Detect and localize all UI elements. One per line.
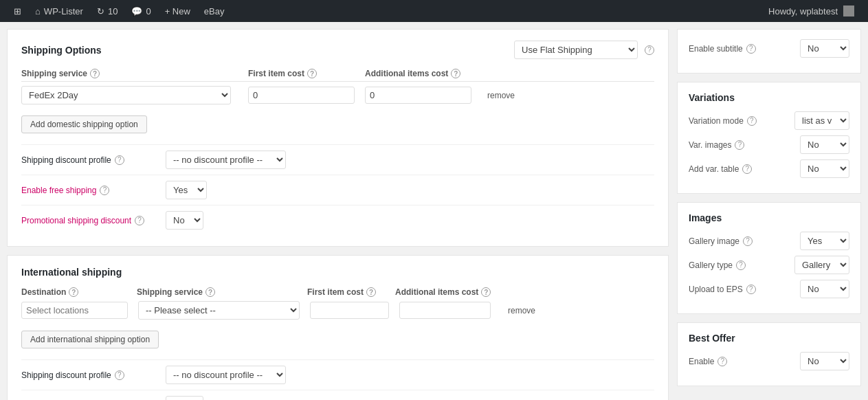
add-cost-help-icon[interactable]: ? — [451, 69, 460, 78]
shipping-options-header: Shipping Options Use Flat Shipping ? — [21, 41, 654, 59]
promo-discount-help-icon[interactable]: ? — [135, 216, 144, 225]
service-cell: FedEx 2Day — [21, 86, 241, 104]
intl-service-help-icon[interactable]: ? — [205, 287, 215, 297]
dest-col-header: Destination ? — [21, 287, 131, 297]
shipping-options-title: Shipping Options — [21, 45, 102, 56]
gallery-type-label: Gallery type ? — [689, 260, 794, 270]
add-var-table-select[interactable]: No — [800, 159, 849, 178]
variation-mode-label: Variation mode ? — [689, 116, 794, 126]
ebay-label: eBay — [204, 6, 225, 16]
updates-count: 10 — [108, 6, 118, 16]
intl-discount-profile-help-icon[interactable]: ? — [115, 370, 124, 380]
enable-subtitle-select[interactable]: No — [800, 39, 849, 58]
comments-count: 0 — [146, 6, 151, 16]
best-offer-enable-row: Enable ? No — [689, 352, 849, 370]
enable-subtitle-help-icon[interactable]: ? — [746, 44, 756, 54]
upload-eps-help-icon[interactable]: ? — [746, 285, 756, 294]
updates-item[interactable]: ↻ 10 — [90, 0, 124, 22]
best-offer-enable-label: Enable ? — [689, 357, 800, 366]
upload-eps-select[interactable]: No — [800, 280, 849, 298]
wp-icon: ⊞ — [14, 6, 21, 16]
first-cost-help-icon[interactable]: ? — [307, 69, 317, 78]
gallery-image-label: Gallery image ? — [689, 236, 800, 246]
flat-shipping-select[interactable]: Use Flat Shipping — [514, 41, 638, 59]
best-offer-enable-help-icon[interactable]: ? — [717, 357, 727, 366]
intl-service-select[interactable]: -- Please select -- — [138, 301, 300, 320]
add-var-table-label: Add var. table ? — [689, 164, 800, 174]
gallery-type-row: Gallery type ? Gallery — [689, 256, 849, 274]
location-input[interactable] — [21, 302, 128, 319]
service-help-icon[interactable]: ? — [90, 69, 100, 78]
ebay-item[interactable]: eBay — [197, 0, 232, 22]
gallery-image-select[interactable]: Yes — [800, 232, 849, 250]
intl-shipping-section: International shipping Destination ? Shi… — [7, 255, 669, 400]
discount-profile-label: Shipping discount profile ? — [21, 155, 159, 165]
var-images-help-icon[interactable]: ? — [735, 140, 744, 150]
intl-add-help-icon[interactable]: ? — [481, 287, 491, 297]
variation-mode-row: Variation mode ? list as v — [689, 111, 849, 130]
intl-remove-cell: remove — [502, 303, 550, 318]
intl-remove-button[interactable]: remove — [502, 303, 541, 318]
first-cost-input[interactable] — [248, 87, 355, 104]
service-select[interactable]: FedEx 2Day — [21, 86, 231, 104]
page-layout: Shipping Options Use Flat Shipping ? Shi… — [0, 22, 868, 400]
wp-logo[interactable]: ⊞ — [7, 0, 28, 22]
add-domestic-button[interactable]: Add domestic shipping option — [21, 115, 147, 133]
intl-first-cell — [310, 302, 392, 319]
best-offer-section: Best Offer Enable ? No — [677, 322, 861, 386]
first-cost-col-header: First item cost ? — [248, 69, 358, 78]
add-intl-button[interactable]: Add international shipping option — [21, 331, 159, 348]
gallery-image-help-icon[interactable]: ? — [743, 236, 753, 246]
first-cost-cell — [248, 87, 358, 104]
site-name-item[interactable]: ⌂ WP-Lister — [28, 0, 90, 22]
discount-profile-help-icon[interactable]: ? — [115, 155, 124, 165]
variation-mode-select[interactable]: list as v — [794, 111, 849, 130]
intl-first-help-icon[interactable]: ? — [366, 287, 376, 297]
intl-add-col-header: Additional items cost ? — [395, 287, 491, 297]
gallery-type-select[interactable]: Gallery — [794, 256, 849, 274]
home-icon: ⌂ — [35, 6, 41, 16]
remove-button[interactable]: remove — [482, 88, 520, 103]
promo-discount-select[interactable]: No — [166, 211, 203, 230]
intl-discount-profile-row: Shipping discount profile ? -- no discou… — [21, 359, 654, 390]
adminbar-right: Howdy, wplabtest — [761, 5, 861, 16]
intl-first-cost-input[interactable] — [310, 302, 389, 319]
best-offer-title: Best Offer — [689, 333, 849, 344]
best-offer-enable-select[interactable]: No — [800, 352, 849, 370]
free-shipping-help-icon[interactable]: ? — [100, 186, 109, 195]
dest-help-icon[interactable]: ? — [69, 287, 78, 297]
service-col-header: Shipping service ? — [21, 69, 241, 78]
intl-table-header: Destination ? Shipping service ? First i… — [21, 287, 654, 297]
promo-discount-row: Promotional shipping discount ? No — [21, 205, 654, 235]
shipping-options-help-icon[interactable]: ? — [645, 45, 654, 55]
gallery-image-row: Gallery image ? Yes — [689, 232, 849, 250]
images-section: Images Gallery image ? Yes Gallery type … — [677, 202, 861, 314]
main-content: Shipping Options Use Flat Shipping ? Shi… — [7, 29, 669, 400]
var-images-select[interactable]: No — [800, 135, 849, 154]
var-images-row: Var. images ? No — [689, 135, 849, 154]
add-var-table-help-icon[interactable]: ? — [742, 164, 752, 174]
images-title: Images — [689, 212, 849, 223]
free-shipping-select[interactable]: Yes — [166, 181, 207, 199]
intl-service-col-header: Shipping service ? — [137, 287, 302, 297]
shipping-options-section: Shipping Options Use Flat Shipping ? Shi… — [7, 29, 669, 247]
intl-data-row: -- Please select -- remove — [21, 301, 654, 320]
comments-item[interactable]: 💬 0 — [124, 0, 157, 22]
add-cost-input[interactable] — [365, 87, 471, 104]
discount-profile-select[interactable]: -- no discount profile -- — [166, 151, 286, 169]
shipping-data-row: FedEx 2Day remove — [21, 86, 654, 104]
discount-profile-row: Shipping discount profile ? -- no discou… — [21, 144, 654, 175]
updates-icon: ↻ — [97, 6, 104, 16]
intl-shipping-title: International shipping — [21, 267, 654, 278]
variation-mode-help-icon[interactable]: ? — [747, 116, 757, 126]
intl-discount-profile-select[interactable]: -- no discount profile -- — [166, 366, 286, 384]
remove-cell: remove — [482, 88, 530, 103]
shipping-table-header: Shipping service ? First item cost ? Add… — [21, 69, 654, 82]
gallery-type-help-icon[interactable]: ? — [736, 260, 746, 270]
intl-discount-profile-label: Shipping discount profile ? — [21, 370, 159, 380]
intl-promo-discount-select[interactable]: No — [166, 396, 203, 400]
new-label: + New — [165, 6, 190, 16]
new-item[interactable]: + New — [158, 0, 197, 22]
intl-add-cost-input[interactable] — [399, 302, 491, 319]
add-var-table-row: Add var. table ? No — [689, 159, 849, 178]
